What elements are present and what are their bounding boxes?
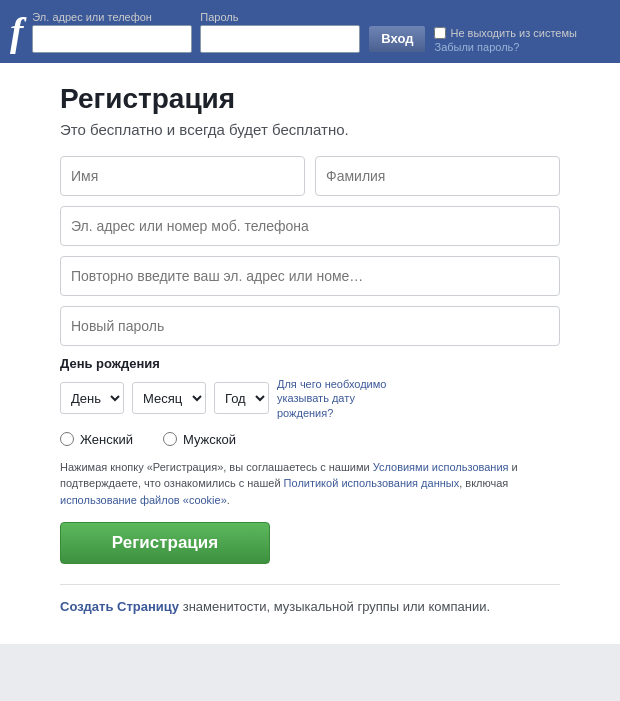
main-content: Регистрация Это бесплатно и всегда будет…: [0, 63, 620, 644]
registration-title: Регистрация: [60, 83, 560, 115]
divider: [60, 584, 560, 585]
registration-subtitle: Это бесплатно и всегда будет бесплатно.: [60, 121, 560, 138]
gender-male-label: Мужской: [183, 432, 236, 447]
terms-text-3: , включая: [459, 477, 508, 489]
header-password-input[interactable]: [200, 25, 360, 53]
logo: f: [10, 8, 22, 55]
email-confirm-row: [60, 256, 560, 296]
birthday-why-link[interactable]: Для чего необходимо указывать дату рожде…: [277, 378, 386, 419]
year-select-wrap: Год: [214, 382, 269, 414]
email-input[interactable]: [60, 206, 560, 246]
birthday-why-text: Для чего необходимо указывать дату рожде…: [277, 377, 407, 420]
email-field-group: Эл. адрес или телефон: [32, 11, 192, 53]
birthday-row: День Месяц Год Для чего необходимо указы…: [60, 377, 560, 420]
terms-link[interactable]: Условиями использования: [373, 461, 509, 473]
year-select[interactable]: Год: [215, 383, 268, 413]
register-button[interactable]: Регистрация: [60, 522, 270, 564]
terms-text-1: Нажимая кнопку «Регистрация», вы соглаша…: [60, 461, 373, 473]
password-field-group: Пароль: [200, 11, 360, 53]
terms-text: Нажимая кнопку «Регистрация», вы соглаша…: [60, 459, 560, 509]
remember-me-row: Не выходить из системы: [434, 27, 576, 39]
month-select-wrap: Месяц: [132, 382, 206, 414]
header-form: Эл. адрес или телефон Пароль Вход Не вых…: [32, 11, 610, 53]
policy-link[interactable]: Политикой использования данных: [284, 477, 460, 489]
password-label: Пароль: [200, 11, 360, 23]
remember-me-checkbox[interactable]: [434, 27, 446, 39]
cookie-link[interactable]: использование файлов «cookie»: [60, 494, 227, 506]
day-select-wrap: День: [60, 382, 124, 414]
email-confirm-input[interactable]: [60, 256, 560, 296]
create-page-text: Создать Страницу знаменитости, музыкальн…: [60, 599, 560, 614]
gender-male-radio[interactable]: [163, 432, 177, 446]
header-email-input[interactable]: [32, 25, 192, 53]
last-name-input[interactable]: [315, 156, 560, 196]
gender-female-radio[interactable]: [60, 432, 74, 446]
gender-female-label: Женский: [80, 432, 133, 447]
create-page-description: знаменитости, музыкальной группы или ком…: [183, 599, 490, 614]
bottom-area: [0, 644, 620, 701]
forgot-password-link[interactable]: Забыли пароль?: [434, 41, 576, 53]
terms-text-4: .: [227, 494, 230, 506]
month-select[interactable]: Месяц: [133, 383, 205, 413]
new-password-input[interactable]: [60, 306, 560, 346]
day-select[interactable]: День: [61, 383, 123, 413]
remember-me-label: Не выходить из системы: [450, 27, 576, 39]
gender-female-option[interactable]: Женский: [60, 432, 133, 447]
login-button[interactable]: Вход: [368, 25, 426, 53]
password-row: [60, 306, 560, 346]
header-links: Не выходить из системы Забыли пароль?: [434, 27, 576, 53]
email-row: [60, 206, 560, 246]
gender-male-option[interactable]: Мужской: [163, 432, 236, 447]
name-row: [60, 156, 560, 196]
gender-row: Женский Мужской: [60, 432, 560, 447]
header: f Эл. адрес или телефон Пароль Вход Не в…: [0, 0, 620, 63]
first-name-input[interactable]: [60, 156, 305, 196]
create-page-link[interactable]: Создать Страницу: [60, 599, 179, 614]
birthday-label: День рождения: [60, 356, 560, 371]
email-label: Эл. адрес или телефон: [32, 11, 192, 23]
